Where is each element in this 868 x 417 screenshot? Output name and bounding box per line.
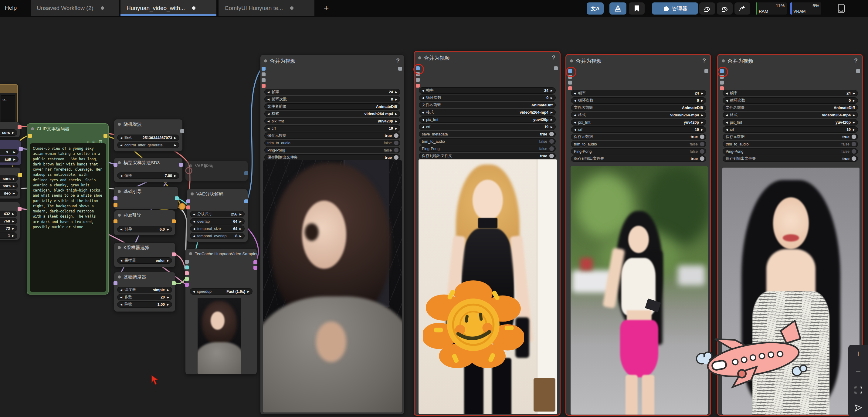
- node-help-button[interactable]: ?: [396, 57, 400, 64]
- random-noise-node[interactable]: 随机噪波 ◀随机25136344367073▶◀control_after_ge…: [114, 119, 183, 151]
- decrement-icon[interactable]: ◀: [268, 98, 270, 101]
- input-slot-vae[interactable]: [261, 84, 266, 88]
- increment-icon[interactable]: ▶: [395, 120, 397, 123]
- decrement-icon[interactable]: ◀: [193, 227, 195, 230]
- widget-row[interactable]: ault ▶: [0, 156, 19, 163]
- decrement-icon[interactable]: ◀: [726, 99, 728, 102]
- widget-row[interactable]: 1 ▶: [0, 233, 17, 239]
- increment-icon[interactable]: ▶: [395, 112, 397, 115]
- increment-icon[interactable]: ▶: [551, 89, 553, 92]
- output-slot-noise[interactable]: [180, 129, 184, 133]
- widget-row[interactable]: ◀格式video/h264-mp4▶: [571, 112, 706, 118]
- widget-row[interactable]: Ping-Pongfalse: [419, 145, 556, 152]
- widget-row[interactable]: ◀pix_fmtyuv420p▶: [723, 119, 858, 126]
- widget-row[interactable]: ◀pix_fmtyuv420p▶: [419, 116, 556, 123]
- input-slot-latent[interactable]: [185, 283, 189, 287]
- widget-row[interactable]: ◀crf19▶: [419, 124, 556, 130]
- input-slot-vae[interactable]: [568, 86, 572, 90]
- widget-row[interactable]: 432 ▶: [0, 211, 17, 217]
- decrement-icon[interactable]: ◀: [120, 259, 122, 262]
- output-slot-conditioning[interactable]: [103, 134, 107, 138]
- widget-row[interactable]: Ping-Pongfalse: [571, 148, 706, 154]
- output-slot[interactable]: [18, 173, 22, 177]
- new-tab-button[interactable]: +: [319, 0, 333, 16]
- output-slot-model[interactable]: [179, 163, 183, 167]
- widget-row[interactable]: ◀speedupFast (1.6x)▶: [190, 288, 252, 294]
- increment-icon[interactable]: ▶: [853, 128, 855, 131]
- bookmark-button[interactable]: [629, 2, 645, 14]
- output-slot-sampler[interactable]: [172, 252, 176, 256]
- widget-row[interactable]: 保存元数据true: [571, 134, 706, 140]
- output-slot-filenames[interactable]: [705, 69, 708, 73]
- node-help-button[interactable]: ?: [702, 57, 706, 64]
- increment-icon[interactable]: ▶: [551, 96, 553, 99]
- partial-latent-node[interactable]: 432 ▶ 768 ▶ 73 ▶ 1 ▶: [0, 202, 20, 240]
- share-button[interactable]: [735, 2, 750, 14]
- widget-row[interactable]: ◀引导6.0▶: [117, 226, 172, 233]
- increment-icon[interactable]: ▶: [167, 303, 169, 306]
- input-slot-model[interactable]: [114, 196, 118, 200]
- manager-button[interactable]: 管理器: [652, 2, 698, 14]
- input-slot-vae[interactable]: [186, 205, 190, 209]
- widget-row[interactable]: ◀偏移7.00▶: [117, 172, 179, 179]
- widget-row[interactable]: sors ▶: [0, 183, 18, 189]
- input-slot-model[interactable]: [114, 163, 118, 167]
- toggle-knob[interactable]: [700, 135, 705, 139]
- output-slot-image[interactable]: [244, 171, 248, 175]
- widget-row[interactable]: 文件名前缀AnimateDiff: [571, 105, 706, 111]
- increment-icon[interactable]: ▶: [12, 234, 14, 237]
- decrement-icon[interactable]: ◀: [726, 92, 728, 95]
- clip-text-encode-node[interactable]: CLIP文本编码器 ○ ◎ ⚄ Close-up view of a young…: [27, 123, 108, 294]
- increment-icon[interactable]: ▶: [395, 91, 397, 94]
- widget-row[interactable]: 文件名前缀AnimateDiff: [419, 102, 556, 108]
- zoom-in-button[interactable]: +: [848, 345, 868, 363]
- decrement-icon[interactable]: ◀: [268, 112, 270, 115]
- increment-icon[interactable]: ▶: [853, 92, 855, 95]
- toggle-knob[interactable]: [549, 146, 554, 151]
- partial-loader-node[interactable]: sors ▶: [0, 122, 20, 138]
- increment-icon[interactable]: ▶: [395, 127, 397, 130]
- increment-icon[interactable]: ▶: [12, 220, 14, 223]
- input-slot-clip[interactable]: [28, 134, 32, 138]
- zoom-out-button[interactable]: −: [848, 363, 868, 381]
- widget-row[interactable]: ◀循环次数0▶: [723, 97, 858, 104]
- widget-row[interactable]: sors ▶: [0, 129, 17, 136]
- widget-row[interactable]: ◀帧率24▶: [571, 90, 706, 96]
- toggle-knob[interactable]: [394, 155, 399, 160]
- output-slot[interactable]: [18, 125, 22, 129]
- widget-row[interactable]: sors ▶: [0, 175, 18, 182]
- tab-unsaved-workflow[interactable]: Unsaved Workflow (2): [30, 0, 119, 16]
- increment-icon[interactable]: ▶: [167, 228, 169, 231]
- input-slot-model[interactable]: [185, 260, 189, 264]
- decrement-icon[interactable]: ◀: [422, 118, 424, 121]
- increment-icon[interactable]: ▶: [551, 111, 553, 114]
- output-slot-filenames[interactable]: [856, 69, 860, 73]
- increment-icon[interactable]: ▶: [12, 212, 14, 215]
- increment-icon[interactable]: ▶: [13, 158, 16, 161]
- decrement-icon[interactable]: ◀: [193, 220, 195, 223]
- toggle-knob[interactable]: [851, 149, 856, 154]
- output-slot-filenames[interactable]: [554, 66, 558, 70]
- device-panel-button[interactable]: [834, 2, 848, 14]
- widget-row[interactable]: ◀crf19▶: [571, 126, 706, 133]
- decrement-icon[interactable]: ◀: [268, 120, 270, 123]
- widget-row[interactable]: ◀temporal_size64▶: [190, 225, 245, 232]
- ksampler-select-node[interactable]: K采样器选择 ◀采样器euler▶: [114, 242, 176, 267]
- output-slot[interactable]: [18, 207, 22, 211]
- decrement-icon[interactable]: ◀: [268, 91, 270, 94]
- widget-row[interactable]: ◀crf19▶: [265, 125, 400, 132]
- decrement-icon[interactable]: ◀: [422, 96, 424, 99]
- tab-comfyui-hunyuan[interactable]: ComfyUI Hunyuan te...: [218, 0, 315, 16]
- increment-icon[interactable]: ▶: [853, 114, 855, 117]
- output-slot-denoised[interactable]: [253, 266, 257, 270]
- output-slot-filenames[interactable]: [398, 67, 402, 71]
- input-slot-meta-batch[interactable]: [261, 78, 266, 82]
- video-preview[interactable]: [263, 160, 402, 412]
- prompt-textarea[interactable]: Close-up view of a young sexy asian woma…: [30, 143, 106, 292]
- increment-icon[interactable]: ▶: [174, 174, 176, 177]
- widget-row[interactable]: ◀帧率24▶: [723, 90, 858, 96]
- decrement-icon[interactable]: ◀: [120, 228, 122, 231]
- increment-icon[interactable]: ▶: [701, 92, 703, 95]
- increment-icon[interactable]: ▶: [12, 131, 14, 134]
- widget-row[interactable]: save_metadatatrue: [419, 131, 556, 137]
